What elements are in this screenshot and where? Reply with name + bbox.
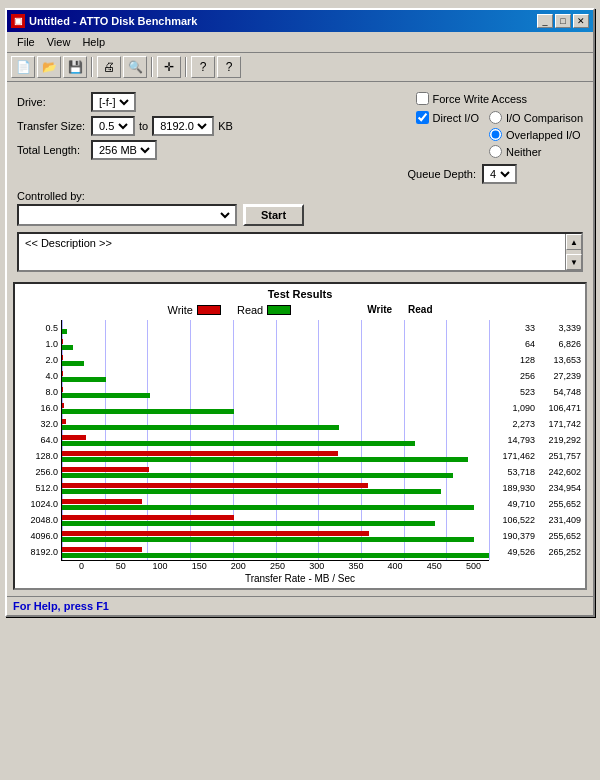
toolbar-sep1 [91, 57, 93, 77]
value-row: 12813,653 [493, 352, 581, 368]
transfer-to-input[interactable]: 8192.0 [156, 119, 210, 133]
legend-read-label: Read [237, 304, 263, 316]
legend-write-color [197, 305, 221, 315]
bar-read [62, 425, 339, 430]
drive-row: Drive: [-f-] [17, 92, 400, 112]
toolbar-help2[interactable]: ? [217, 56, 241, 78]
title-bar: ▣ Untitled - ATTO Disk Benchmark _ □ ✕ [7, 10, 593, 32]
close-button[interactable]: ✕ [573, 14, 589, 28]
write-value: 190,379 [493, 531, 535, 541]
bar-row [62, 336, 489, 352]
drive-select-input[interactable]: [-f-] [95, 95, 132, 109]
value-row: 52354,748 [493, 384, 581, 400]
overlapped-io-label: Overlapped I/O [506, 129, 581, 141]
bar-row [62, 528, 489, 544]
write-value: 523 [493, 387, 535, 397]
title-bar-left: ▣ Untitled - ATTO Disk Benchmark [11, 14, 198, 28]
neither-radio[interactable] [489, 145, 502, 158]
form-right: Force Write Access Direct I/O [408, 92, 583, 184]
transfer-to-label: to [139, 120, 148, 132]
window-title: Untitled - ATTO Disk Benchmark [29, 15, 198, 27]
controlled-select[interactable] [21, 208, 233, 222]
toolbar-print[interactable]: 🖨 [97, 56, 121, 78]
bar-write [62, 387, 63, 392]
bar-read [62, 329, 67, 334]
toolbar-sep3 [185, 57, 187, 77]
x-axis-label: 400 [376, 561, 415, 571]
legend-write: Write [167, 304, 220, 316]
force-write-label: Force Write Access [433, 93, 528, 105]
form-left: Drive: [-f-] Transfer Size: 0.5 [17, 92, 400, 164]
minimize-button[interactable]: _ [537, 14, 553, 28]
total-length-input[interactable]: 256 MB [95, 143, 153, 157]
maximize-button[interactable]: □ [555, 14, 571, 28]
read-value: 265,252 [539, 547, 581, 557]
bar-row [62, 320, 489, 336]
bar-read [62, 505, 474, 510]
bar-row [62, 480, 489, 496]
drive-select[interactable]: [-f-] [91, 92, 136, 112]
io-comparison-radio[interactable] [489, 111, 502, 124]
transfer-unit-label: KB [218, 120, 233, 132]
start-button[interactable]: Start [243, 204, 304, 226]
direct-io-checkbox[interactable] [416, 111, 429, 124]
bar-row [62, 416, 489, 432]
menu-file[interactable]: File [11, 34, 41, 50]
y-axis-label: 128.0 [19, 448, 58, 464]
bar-read [62, 537, 474, 542]
controlled-dropdown[interactable] [17, 204, 237, 226]
write-value: 64 [493, 339, 535, 349]
total-length-select[interactable]: 256 MB [91, 140, 157, 160]
status-bar: For Help, press F1 [7, 596, 593, 615]
queue-depth-select[interactable]: 4 [482, 164, 517, 184]
toolbar-preview[interactable]: 🔍 [123, 56, 147, 78]
transfer-from-input[interactable]: 0.5 [95, 119, 131, 133]
x-axis-labels: 050100150200250300350400450500 [61, 561, 493, 571]
transfer-to-select[interactable]: 8192.0 [152, 116, 214, 136]
queue-depth-input[interactable]: 4 [486, 167, 513, 181]
force-write-area: Force Write Access [416, 92, 583, 105]
bar-row [62, 512, 489, 528]
toolbar-save[interactable]: 💾 [63, 56, 87, 78]
bar-row [62, 464, 489, 480]
chart-title: Test Results [19, 288, 581, 300]
direct-io-area: Direct I/O [416, 111, 479, 124]
force-write-checkbox[interactable] [416, 92, 429, 105]
legend-write-label: Write [167, 304, 192, 316]
chart-area: Test Results Write Read Write Read 0.51.… [13, 282, 587, 590]
toolbar-new[interactable]: 📄 [11, 56, 35, 78]
menu-help[interactable]: Help [76, 34, 111, 50]
queue-depth-row: Queue Depth: 4 [408, 164, 583, 184]
form-main-row: Drive: [-f-] Transfer Size: 0.5 [17, 92, 583, 184]
toolbar: 📄 📂 💾 🖨 🔍 ✛ ? ? [7, 53, 593, 82]
menu-view[interactable]: View [41, 34, 77, 50]
bar-write [62, 451, 338, 456]
scroll-up-button[interactable]: ▲ [566, 234, 582, 250]
total-length-label: Total Length: [17, 144, 87, 156]
bar-read [62, 409, 234, 414]
y-axis-label: 256.0 [19, 464, 58, 480]
bar-read [62, 473, 453, 478]
value-row: 1,090106,471 [493, 400, 581, 416]
read-value: 219,292 [539, 435, 581, 445]
value-row: 2,273171,742 [493, 416, 581, 432]
transfer-from-select[interactable]: 0.5 [91, 116, 135, 136]
title-buttons: _ □ ✕ [537, 14, 589, 28]
io-comparison-row: I/O Comparison [489, 111, 583, 124]
read-value: 27,239 [539, 371, 581, 381]
read-value: 251,757 [539, 451, 581, 461]
bar-row [62, 384, 489, 400]
app-icon: ▣ [11, 14, 25, 28]
write-value: 53,718 [493, 467, 535, 477]
transfer-size-label: Transfer Size: [17, 120, 87, 132]
bar-read [62, 521, 435, 526]
toolbar-open[interactable]: 📂 [37, 56, 61, 78]
x-axis-spacer [493, 561, 581, 571]
queue-depth-label: Queue Depth: [408, 168, 477, 180]
bar-row [62, 496, 489, 512]
toolbar-help1[interactable]: ? [191, 56, 215, 78]
toolbar-move[interactable]: ✛ [157, 56, 181, 78]
scroll-down-button[interactable]: ▼ [566, 254, 582, 270]
overlapped-io-radio[interactable] [489, 128, 502, 141]
read-value: 106,471 [539, 403, 581, 413]
